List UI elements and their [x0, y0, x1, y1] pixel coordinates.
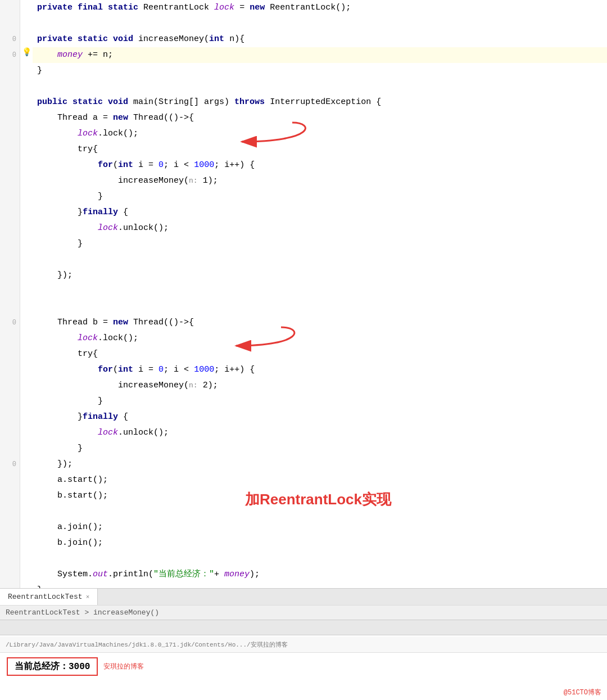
line-content	[33, 551, 607, 553]
code-line-16: }	[0, 236, 607, 252]
line-gutter	[0, 205, 20, 220]
line-content: try{	[33, 346, 607, 362]
code-line-21: 0 Thread b = new Thread(()->{	[0, 315, 607, 331]
line-gutter	[0, 268, 20, 283]
line-content	[33, 252, 607, 254]
code-line-10: try{	[0, 142, 607, 157]
line-gutter	[0, 362, 20, 378]
line-gutter	[0, 535, 20, 551]
line-gutter	[0, 488, 20, 504]
code-line-5: }	[0, 63, 607, 79]
code-line-4: 0💡 money += n;	[0, 47, 607, 63]
line-content: }	[33, 441, 607, 457]
tab-label: ReentrantLockTest	[8, 593, 83, 601]
line-gutter	[0, 63, 20, 79]
line-content: }finally {	[33, 409, 607, 425]
line-content: try{	[33, 142, 607, 157]
breadcrumb: ReentrantLockTest > increaseMoney()	[0, 605, 607, 620]
code-line-8: Thread a = new Thread(()->{	[0, 110, 607, 126]
line-gutter: 0	[0, 47, 20, 63]
line-gutter	[0, 425, 20, 441]
line-content: lock.lock();	[33, 331, 607, 346]
line-gutter	[0, 283, 20, 299]
code-line-26: }	[0, 394, 607, 409]
code-line-30: 0 });	[0, 457, 607, 472]
code-line-29: }	[0, 441, 607, 457]
overlay-title: 加ReentrantLock实现	[245, 490, 391, 509]
status-bar	[0, 620, 607, 635]
line-gutter	[0, 220, 20, 236]
path-text: /Library/Java/JavaVirtualMachines/jdk1.8…	[6, 640, 288, 649]
line-content: b.join();	[33, 535, 607, 551]
code-line-28: lock.unlock();	[0, 425, 607, 441]
code-line-15: lock.unlock();	[0, 220, 607, 236]
line-content	[33, 283, 607, 286]
code-line-19	[0, 283, 607, 299]
line-gutter	[0, 504, 20, 520]
code-line-13: }	[0, 189, 607, 205]
code-line-3: 0private static void increaseMoney(int n…	[0, 31, 607, 47]
line-content: }	[33, 236, 607, 252]
line-content: Thread b = new Thread(()->{	[33, 315, 607, 331]
line-content: for(int i = 0; i < 1000; i++) {	[33, 362, 607, 378]
line-content: a.start();	[33, 472, 607, 488]
line-gutter	[0, 236, 20, 252]
code-line-6	[0, 79, 607, 94]
line-icon: 💡	[20, 47, 33, 57]
code-line-25: increaseMoney(n: 2);	[0, 378, 607, 394]
code-line-18: });	[0, 268, 607, 283]
watermark: 安琪拉的博客	[103, 662, 144, 671]
code-line-7: public static void main(String[] args) t…	[0, 94, 607, 110]
code-line-17	[0, 252, 607, 268]
tab-reentrantlocktest[interactable]: ReentrantLockTest ×	[0, 589, 98, 605]
line-gutter	[0, 94, 20, 110]
line-content: });	[33, 268, 607, 283]
code-line-31: a.start();	[0, 472, 607, 488]
result-bar: 当前总经济：3000 安琪拉的博客 @51CTO博客	[0, 652, 607, 700]
path-bar: /Library/Java/JavaVirtualMachines/jdk1.8…	[0, 636, 607, 652]
line-content: }	[33, 394, 607, 409]
line-content: increaseMoney(n: 1);	[33, 173, 607, 189]
line-content: public static void main(String[] args) t…	[33, 94, 607, 110]
code-line-24: for(int i = 0; i < 1000; i++) {	[0, 362, 607, 378]
line-content: increaseMoney(n: 2);	[33, 378, 607, 394]
code-editor: private final static ReentrantLock lock …	[0, 0, 607, 618]
line-content: lock.lock();	[33, 126, 607, 142]
line-content: lock.unlock();	[33, 425, 607, 441]
code-line-27: }finally {	[0, 409, 607, 425]
code-line-14: }finally {	[0, 205, 607, 220]
logo-51cto: @51CTO博客	[564, 688, 601, 697]
tab-close-icon[interactable]: ×	[86, 594, 90, 600]
line-gutter	[0, 409, 20, 425]
line-content: lock.unlock();	[33, 220, 607, 236]
code-line-37: System.out.println("当前总经济："+ money);	[0, 567, 607, 582]
line-content: }finally {	[33, 205, 607, 220]
line-gutter: 0	[0, 457, 20, 472]
line-content	[33, 299, 607, 301]
line-gutter	[0, 299, 20, 315]
code-line-23: try{	[0, 346, 607, 362]
line-content: });	[33, 457, 607, 472]
line-content	[33, 79, 607, 81]
line-gutter	[0, 567, 20, 582]
line-content: Thread a = new Thread(()->{	[33, 110, 607, 126]
line-gutter	[0, 16, 20, 31]
line-content: private final static ReentrantLock lock …	[33, 0, 607, 16]
code-line-11: for(int i = 0; i < 1000; i++) {	[0, 157, 607, 173]
line-gutter	[0, 157, 20, 173]
code-line-35: b.join();	[0, 535, 607, 551]
line-gutter	[0, 472, 20, 488]
code-line-34: a.join();	[0, 520, 607, 535]
line-content: money += n;	[33, 47, 607, 63]
line-content: private static void increaseMoney(int n)…	[33, 31, 607, 47]
line-gutter	[0, 252, 20, 268]
code-line-12: increaseMoney(n: 1);	[0, 173, 607, 189]
line-gutter	[0, 189, 20, 205]
tab-bar: ReentrantLockTest × 加ReentrantLock实现	[0, 588, 607, 605]
line-gutter	[0, 520, 20, 535]
line-gutter	[0, 551, 20, 567]
result-output: 当前总经济：3000 安琪拉的博客	[0, 653, 607, 680]
code-line-36	[0, 551, 607, 567]
line-content: System.out.println("当前总经济："+ money);	[33, 567, 607, 582]
line-gutter	[0, 346, 20, 362]
